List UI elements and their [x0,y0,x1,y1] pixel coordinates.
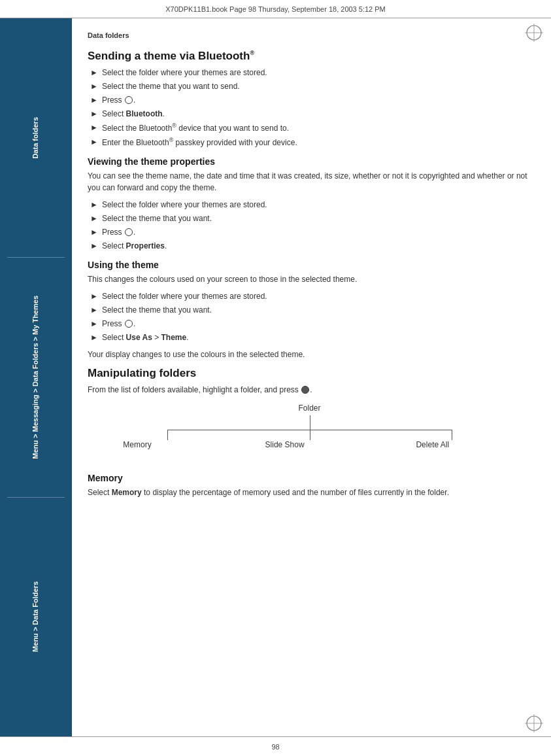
sidebar: Data folders Menu > Messaging > Data Fol… [0,18,72,736]
properties-list: ► Select the folder where your themes ar… [90,199,531,252]
sidebar-section-data-folders: Data folders [0,18,72,257]
list-item: ► Select the folder where your themes ar… [90,67,531,78]
manipulating-section: Manipulating folders From the list of fo… [88,367,531,462]
sidebar-label-menu-path: Menu > Messaging > Data Folders > My The… [28,290,43,464]
list-item: ► Select Bluetooth. [90,108,531,120]
bluetooth-list: ► Select the folder where your themes ar… [90,67,531,148]
button-icon [301,386,309,394]
bullet-arrow: ► [90,290,98,302]
manipulating-intro: From the list of folders available, high… [88,384,531,396]
properties-heading: Viewing the theme properties [88,156,531,167]
list-item: ► Select the folder where your themes ar… [90,199,531,211]
main-content: Data folders Sending a theme via Bluetoo… [72,18,551,736]
button-icon [125,320,133,328]
memory-description: Select Memory to display the percentage … [88,487,531,498]
bullet-arrow: ► [90,304,98,316]
list-item: ► Select the Bluetooth® device that you … [90,122,531,134]
bullet-arrow: ► [90,136,98,148]
bullet-arrow: ► [90,240,98,252]
sidebar-label-menu-data: Menu > Data Folders [28,576,43,657]
bullet-arrow: ► [90,122,98,133]
using-footer: Your display changes to use the colours … [88,349,531,360]
bullet-arrow: ► [90,332,98,343]
list-item: ► Press . [90,94,531,106]
list-item: ► Select the folder where your themes ar… [90,290,531,302]
list-item: ► Select the theme that you want. [90,304,531,316]
using-heading: Using the theme [88,260,531,270]
list-item: ► Select the theme that you want to send… [90,80,531,92]
bullet-arrow: ► [90,94,98,106]
diagram-item-slideshow: Slide Show [265,440,305,449]
button-icon [125,228,133,236]
using-list: ► Select the folder where your themes ar… [90,290,531,343]
diagram-item-memory: Memory [123,440,151,449]
sidebar-label-data-folders: Data folders [28,112,43,164]
diagram-line-right [452,430,452,440]
diagram-folder-label: Folder [298,404,320,413]
top-bar-text: X70DPK11B1.book Page 98 Thursday, Septem… [165,5,386,13]
top-bar: X70DPK11B1.book Page 98 Thursday, Septem… [0,0,551,18]
list-item: ► Select Use As > Theme. [90,332,531,343]
memory-section: Memory Select Memory to display the perc… [88,473,531,498]
diagram-item-deleteall: Delete All [416,440,449,449]
bullet-arrow: ► [90,213,98,224]
manipulating-heading: Manipulating folders [88,367,531,380]
bullet-arrow: ► [90,67,98,78]
using-description: This changes the colours used on your sc… [88,273,531,285]
list-item: ► Select the theme that you want. [90,213,531,224]
diagram-line-center [310,430,310,440]
list-item: ► Select Properties. [90,240,531,252]
sidebar-section-menu-path: Menu > Messaging > Data Folders > My The… [0,258,72,496]
bluetooth-heading: Sending a theme via Bluetooth® [88,50,531,63]
bottom-bar: 98 [0,736,551,756]
list-item: ► Enter the Bluetooth® passkey provided … [90,136,531,148]
diagram-line-left [167,430,168,440]
page-number: 98 [271,743,279,751]
button-icon [125,96,133,104]
bullet-arrow: ► [90,108,98,120]
bullet-arrow: ► [90,80,98,92]
sidebar-section-menu-data: Menu > Data Folders [0,498,72,736]
list-item: ► Press . [90,318,531,330]
memory-heading: Memory [88,473,531,483]
properties-description: You can see the theme name, the date and… [88,170,531,194]
list-item: ► Press . [90,226,531,238]
bullet-arrow: ► [90,318,98,330]
bullet-arrow: ► [90,199,98,211]
bullet-arrow: ► [90,226,98,238]
diagram-line-vertical [310,415,310,430]
diagram-area: Folder Memory Slide Show Delete All [88,404,531,462]
section-title: Data folders [88,31,531,39]
